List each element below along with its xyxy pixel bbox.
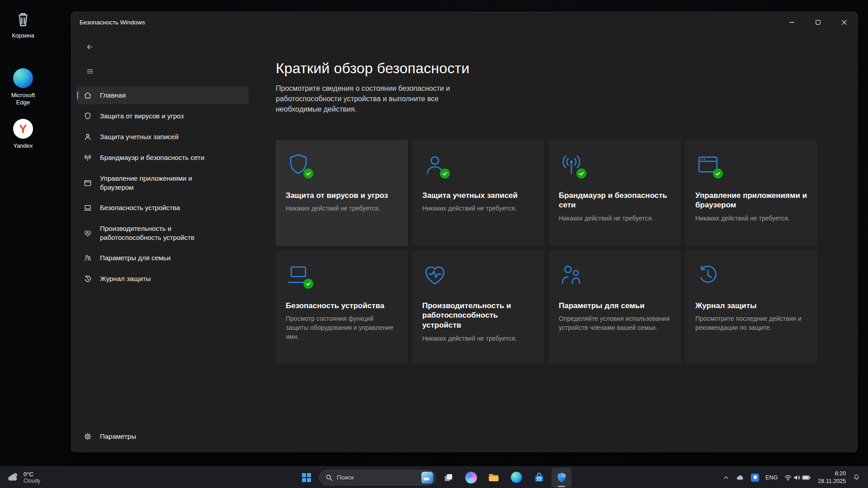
card-description: Просмотр состояния функций защиты оборуд… (286, 314, 398, 341)
sidebar-item-label: Брандмауэр и безопасность сети (100, 153, 204, 162)
sidebar-item-virus-protection[interactable]: Защита от вирусов и угроз (77, 107, 249, 125)
selected-indicator (77, 91, 78, 99)
card-description: Никаких действий не требуется. (695, 214, 807, 223)
card-description: Никаких действий не требуется. (422, 334, 534, 343)
tray-overflow-button[interactable] (720, 469, 732, 487)
person-icon (422, 152, 448, 177)
card-description: Никаких действий не требуется. (559, 214, 671, 223)
search-highlight-image[interactable] (421, 472, 433, 483)
status-ok-badge (713, 169, 723, 178)
sidebar: Главная Защита от вирусов и угроз Защита… (71, 32, 254, 452)
search-input[interactable] (337, 474, 417, 481)
desktop-icon-label: Корзина (12, 32, 34, 39)
settings-button[interactable]: Параметры (77, 427, 249, 446)
status-ok-badge (576, 169, 586, 178)
desktop-icon-recycle-bin[interactable]: Корзина (4, 8, 42, 39)
sidebar-item-firewall[interactable]: Брандмауэр и безопасность сети (77, 149, 249, 167)
card-description: Определяйте условия использования устрой… (559, 314, 671, 332)
start-button[interactable] (297, 468, 316, 488)
sidebar-item-label: Безопасность устройства (100, 203, 180, 212)
laptop-icon (83, 203, 92, 212)
card-firewall[interactable]: Брандмауэр и безопасность сети Никаких д… (549, 140, 681, 246)
desktop-icon-yandex[interactable]: Y Yandex (4, 118, 42, 150)
card-description: Никаких действий не требуется. (422, 204, 534, 213)
quick-settings-button[interactable] (781, 469, 814, 487)
app-window-icon (83, 178, 92, 188)
card-device-security[interactable]: Безопасность устройства Просмотр состоян… (276, 250, 408, 363)
bell-icon (853, 474, 860, 481)
security-cards-grid: Защита от вирусов и угроз Никаких действ… (276, 140, 857, 363)
card-app-browser-control[interactable]: Управление приложениями и браузером Ника… (685, 140, 817, 246)
card-device-health[interactable]: Производительность и работоспособность у… (412, 250, 544, 363)
family-icon (559, 262, 584, 287)
windows-logo-icon (302, 473, 311, 482)
history-clock-icon (83, 274, 92, 283)
card-virus-protection[interactable]: Защита от вирусов и угроз Никаких действ… (276, 140, 408, 246)
card-title: Безопасность устройства (286, 301, 398, 311)
card-title: Журнал защиты (695, 301, 807, 311)
desktop: Корзина Microsoft Edge Y Yandex Безопасн… (0, 0, 868, 488)
card-family-options[interactable]: Параметры для семьи Определяйте условия … (549, 250, 681, 363)
back-button[interactable] (81, 39, 99, 55)
maximize-button[interactable] (805, 12, 831, 32)
status-ok-badge (440, 169, 450, 178)
close-button[interactable] (831, 12, 857, 32)
onedrive-button[interactable] (732, 469, 748, 487)
window-title: Безопасность Windows (71, 19, 145, 26)
task-view-icon (443, 473, 453, 483)
gear-icon (83, 432, 92, 441)
clock[interactable]: 6:20 28.11.2025 (814, 470, 849, 485)
menu-button[interactable] (81, 64, 99, 79)
sidebar-item-protection-history[interactable]: Журнал защиты (77, 270, 249, 288)
cloud-moon-icon (6, 471, 20, 484)
weather-widget[interactable]: 0°C Cloudy (0, 467, 47, 488)
store-button[interactable] (529, 468, 549, 488)
edge-button[interactable] (506, 468, 526, 488)
copilot-icon (465, 472, 477, 483)
card-title: Защита учетных записей (422, 191, 534, 201)
health-heart-icon (422, 262, 448, 287)
titlebar[interactable]: Безопасность Windows (71, 12, 857, 32)
card-protection-history[interactable]: Журнал защиты Просмотрите последние дейс… (685, 250, 817, 363)
network-icon (559, 152, 584, 177)
recycle-bin-icon (13, 8, 33, 29)
taskbar: 0°C Cloudy (0, 466, 868, 488)
desktop-icon-edge[interactable]: Microsoft Edge (4, 68, 42, 107)
sidebar-item-label: Защита учетных записей (100, 132, 179, 141)
tray-app-button[interactable] (748, 469, 762, 487)
sidebar-item-label: Главная (100, 91, 126, 100)
sidebar-item-home[interactable]: Главная (77, 86, 249, 104)
card-title: Управление приложениями и браузером (695, 191, 807, 211)
language-switcher[interactable]: ENG (762, 469, 781, 487)
sidebar-item-app-browser-control[interactable]: Управление приложениями и браузером (77, 169, 249, 196)
system-tray: ENG 6:20 28.11.2025 (720, 467, 868, 488)
sidebar-item-device-security[interactable]: Безопасность устройства (77, 199, 249, 217)
sidebar-item-device-health[interactable]: Производительность и работоспособность у… (77, 220, 249, 246)
date-label: 28.11.2025 (818, 478, 846, 485)
search-icon (326, 474, 333, 481)
yandex-icon: Y (13, 118, 33, 139)
task-view-button[interactable] (439, 468, 458, 488)
copilot-button[interactable] (461, 468, 481, 488)
sidebar-item-family-options[interactable]: Параметры для семьи (77, 249, 249, 267)
card-account-protection[interactable]: Защита учетных записей Никаких действий … (412, 140, 544, 246)
family-icon (83, 253, 92, 263)
status-ok-badge (303, 279, 313, 289)
search-box[interactable] (319, 470, 436, 485)
sidebar-item-account-protection[interactable]: Защита учетных записей (77, 128, 249, 146)
windows-security-button[interactable] (552, 468, 571, 488)
sidebar-item-label: Защита от вирусов и угроз (100, 112, 184, 121)
page-title: Краткий обзор безопасности (276, 60, 857, 77)
cloud-icon (736, 473, 745, 482)
card-title: Брандмауэр и безопасность сети (559, 191, 671, 211)
edge-icon (13, 68, 33, 89)
sidebar-item-label: Параметры для семьи (100, 253, 170, 263)
file-explorer-button[interactable] (484, 468, 504, 488)
laptop-icon (286, 262, 311, 287)
card-title: Параметры для семьи (559, 301, 671, 311)
minimize-button[interactable] (778, 12, 805, 32)
security-shield-icon (556, 472, 567, 483)
window-controls (778, 12, 857, 32)
notification-center-button[interactable] (849, 469, 863, 487)
main-content: Краткий обзор безопасности Просмотрите с… (254, 32, 857, 452)
